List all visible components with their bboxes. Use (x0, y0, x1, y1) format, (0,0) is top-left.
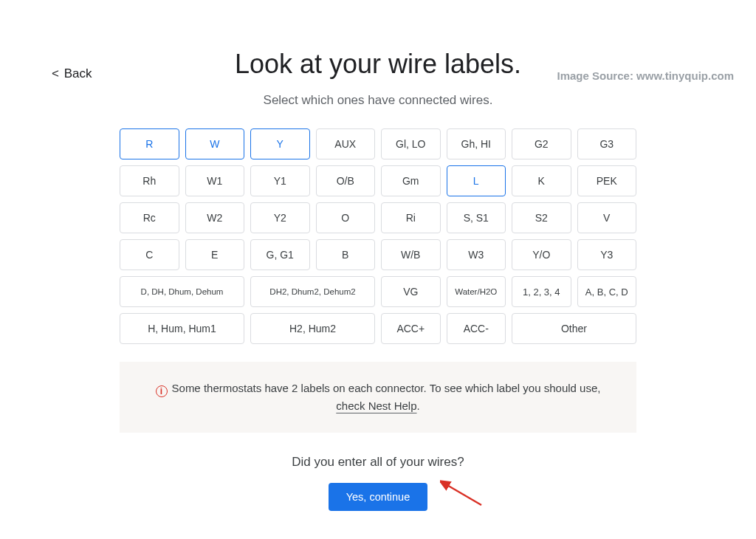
wire-button-G2[interactable]: G2 (512, 128, 571, 159)
wire-button-ACCplus[interactable]: ACC+ (381, 313, 441, 344)
wire-button-WaterH2O[interactable]: Water/H2O (447, 276, 506, 307)
wire-button-W1[interactable]: W1 (185, 165, 245, 196)
wire-button-Rc[interactable]: Rc (120, 202, 179, 233)
back-label: Back (64, 66, 92, 80)
chevron-left-icon: < (52, 66, 59, 80)
wire-button-DH2-Dehum2[interactable]: DH2, Dhum2, Dehum2 (250, 276, 375, 307)
wire-button-PEK[interactable]: PEK (577, 165, 637, 196)
wire-button-VG[interactable]: VG (381, 276, 441, 307)
wire-button-GG1[interactable]: G, G1 (250, 239, 310, 270)
page-subtitle: Select which ones have connected wires. (0, 93, 756, 108)
wire-button-C[interactable]: C (120, 239, 179, 270)
wire-button-1234[interactable]: 1, 2, 3, 4 (512, 276, 571, 307)
wire-button-W3[interactable]: W3 (447, 239, 506, 270)
wire-button-E[interactable]: E (185, 239, 245, 270)
wire-button-Y2[interactable]: Y2 (250, 202, 310, 233)
wire-button-W[interactable]: W (185, 128, 245, 159)
wire-button-D-Dehum[interactable]: D, DH, Dhum, Dehum (120, 276, 244, 307)
wire-button-O[interactable]: O (316, 202, 376, 233)
wire-button-Rh[interactable]: Rh (120, 165, 179, 196)
info-banner: iSome thermostats have 2 labels on each … (120, 362, 636, 433)
wire-button-R[interactable]: R (120, 128, 179, 159)
info-text: Some thermostats have 2 labels on each c… (172, 382, 601, 394)
wire-button-V[interactable]: V (577, 202, 637, 233)
wire-button-ACCminus[interactable]: ACC- (447, 313, 506, 344)
source-attribution: Image Source: www.tinyquip.com (557, 69, 734, 82)
wire-button-OB[interactable]: O/B (316, 165, 376, 196)
wire-button-H2-Hum2[interactable]: H2, Hum2 (250, 313, 375, 344)
wire-button-H-Hum1[interactable]: H, Hum, Hum1 (120, 313, 244, 344)
info-icon: i (156, 385, 168, 397)
wire-button-S2[interactable]: S2 (512, 202, 571, 233)
confirm-prompt: Did you enter all of your wires? (0, 455, 756, 470)
wire-button-ABCD[interactable]: A, B, C, D (577, 276, 637, 307)
wire-button-GlLO[interactable]: Gl, LO (381, 128, 441, 159)
info-text-after: . (417, 399, 420, 412)
wire-button-GhHI[interactable]: Gh, HI (447, 128, 506, 159)
wire-button-AUX[interactable]: AUX (316, 128, 376, 159)
wire-button-WB[interactable]: W/B (381, 239, 441, 270)
wire-grid: R W Y AUX Gl, LO Gh, HI G2 G3 Rh W1 Y1 O… (120, 128, 636, 344)
wire-button-Ri[interactable]: Ri (381, 202, 441, 233)
wire-button-Y[interactable]: Y (250, 128, 310, 159)
wire-button-Gm[interactable]: Gm (381, 165, 441, 196)
wire-button-YO[interactable]: Y/O (512, 239, 571, 270)
wire-button-L[interactable]: L (447, 165, 506, 196)
wire-button-W2[interactable]: W2 (185, 202, 245, 233)
wire-button-Y3[interactable]: Y3 (577, 239, 637, 270)
continue-button[interactable]: Yes, continue (329, 483, 428, 511)
wire-button-B[interactable]: B (316, 239, 376, 270)
annotation-arrow-icon (440, 478, 484, 508)
info-link[interactable]: check Nest Help (336, 399, 416, 412)
wire-button-Other[interactable]: Other (512, 313, 636, 344)
wire-button-Y1[interactable]: Y1 (250, 165, 310, 196)
wire-button-SS1[interactable]: S, S1 (447, 202, 506, 233)
back-button[interactable]: < Back (52, 66, 92, 81)
svg-line-0 (446, 484, 481, 505)
wire-button-K[interactable]: K (512, 165, 571, 196)
wire-button-G3[interactable]: G3 (577, 128, 637, 159)
